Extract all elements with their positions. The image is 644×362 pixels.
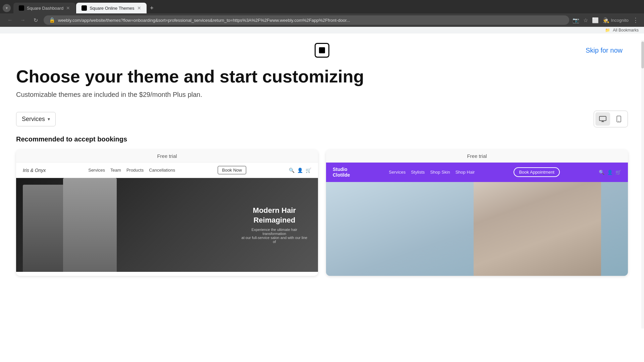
theme1-subtext: Experience the ultimate hair transformat… [241,228,308,244]
scrollbar[interactable] [641,40,644,328]
themes-grid: Free trial Iris & Onyx Services Team Pro… [16,150,628,276]
bookmarks-label: All Bookmarks [613,28,639,33]
chevron-down-icon: ▾ [48,116,50,122]
theme1-cart-icon: 🛒 [306,168,311,173]
square-logo-icon [315,43,329,58]
camera-icon[interactable]: 📷 [573,17,579,23]
page-subtitle: Customizable themes are included in the … [16,91,628,99]
reload-button[interactable]: ↻ [31,15,40,25]
theme2-user-icon: 👤 [607,170,613,175]
tab-label-1: Square Dashboard [27,6,63,11]
theme2-nav: Services Stylists Shop Skin Shop Hair [389,170,475,175]
profile-button[interactable]: 🕵 Incognito [603,17,629,23]
theme1-nav-cancellations: Cancellations [149,168,175,173]
forward-button[interactable]: → [18,15,28,25]
theme2-logo: StudioClotilde [333,167,350,178]
mobile-view-button[interactable] [611,112,626,126]
theme2-icons: 🔍 👤 🛒 [599,170,621,175]
category-label: Services [22,116,45,123]
menu-icon[interactable]: ⋮ [633,16,639,24]
profile-label: Incognito [611,18,629,23]
theme2-nav-shop-hair: Shop Hair [455,170,475,175]
page-main: Choose your theme and start customizing … [8,67,636,276]
theme-card-studio-clotilde[interactable]: Free trial StudioClotilde Services Styli… [326,150,628,276]
theme2-nav-shop-skin: Shop Skin [430,170,450,175]
desktop-view-button[interactable] [595,112,610,126]
theme1-text-overlay: Modern HairReimagined Experience the ult… [241,206,308,244]
star-icon[interactable]: ☆ [583,17,588,23]
figure-person-left [23,185,70,272]
theme1-nav-team: Team [110,168,121,173]
back-button[interactable]: ← [5,15,15,25]
theme1-logo: Iris & Onyx [23,168,46,173]
split-view-icon[interactable]: ⬜ [592,17,599,23]
lock-icon: 🔒 [49,17,55,23]
skip-for-now-button[interactable]: Skip for now [586,47,623,54]
svg-rect-0 [599,116,606,121]
theme2-body [326,182,628,276]
theme1-user-icon: 👤 [297,168,303,173]
monitor-icon [599,116,606,122]
theme1-nav: Services Team Products Cancellations [88,168,175,173]
tab-square-online-themes[interactable]: Square Online Themes ✕ [76,3,146,13]
browser-actions: 📷 ☆ ⬜ 🕵 Incognito ⋮ [573,16,639,24]
theme2-nav-stylists: Stylists [411,170,425,175]
theme-badge-2: Free trial [326,150,628,163]
tab-favicon-2 [82,5,87,11]
controls-row: Services ▾ [16,111,628,127]
browser-chrome: ▾ Square Dashboard ✕ Square Online Theme… [0,0,644,34]
theme1-header: Iris & Onyx Services Team Products Cance… [16,163,318,178]
figure-person-right [63,178,117,272]
page-content: Skip for now Choose your theme and start… [0,34,644,349]
theme2-person-portrait [474,182,601,276]
theme1-cta: Book Now [218,166,246,174]
phone-icon [616,116,621,122]
square-logo-inner [319,47,325,53]
square-logo [315,43,329,58]
theme1-icons: 🔍 👤 🛒 [289,168,311,173]
header-right: Skip for now [329,47,623,54]
tab-favicon-1 [19,5,24,11]
theme2-cta: Book Appointment [514,167,560,177]
incognito-icon: 🕵 [603,17,609,23]
page-title: Choose your theme and start customizing [16,67,628,86]
address-bar[interactable]: 🔒 weebly.com/app/website/themes?flow=onb… [44,15,569,25]
theme2-header: StudioClotilde Services Stylists Shop Sk… [326,163,628,182]
category-dropdown[interactable]: Services ▾ [16,112,56,126]
scrollbar-thumb[interactable] [641,42,644,68]
theme2-search-icon: 🔍 [599,170,604,175]
theme-badge-1: Free trial [16,150,318,163]
theme1-figures [23,178,117,272]
address-bar-row: ← → ↻ 🔒 weebly.com/app/website/themes?fl… [0,13,644,27]
address-text: weebly.com/app/website/themes?flow=onboa… [58,18,564,23]
theme2-nav-services: Services [389,170,406,175]
bookmarks-icon: 📁 [605,28,610,33]
tab-close-1[interactable]: ✕ [66,5,70,11]
tab-history-button[interactable]: ▾ [3,4,11,12]
theme1-nav-services: Services [88,168,105,173]
new-tab-button[interactable]: + [147,3,157,13]
theme-card-iris-onyx[interactable]: Free trial Iris & Onyx Services Team Pro… [16,150,318,276]
view-toggles [594,111,628,127]
bookmarks-bar: 📁 All Bookmarks [0,27,644,34]
svg-point-4 [619,121,619,122]
tab-close-2[interactable]: ✕ [137,5,141,11]
theme1-headline: Modern HairReimagined [241,206,308,225]
recommended-section-label: Recommended to accept bookings [16,135,628,143]
theme1-body: Modern HairReimagined Experience the ult… [16,178,318,272]
theme1-search-icon: 🔍 [289,168,294,173]
theme1-nav-products: Products [126,168,144,173]
tab-label-2: Square Online Themes [90,6,134,11]
page-header: Skip for now [8,34,636,67]
theme2-cart-icon: 🛒 [615,170,621,175]
tab-bar: ▾ Square Dashboard ✕ Square Online Theme… [0,0,644,13]
tab-square-dashboard[interactable]: Square Dashboard ✕ [13,3,75,13]
